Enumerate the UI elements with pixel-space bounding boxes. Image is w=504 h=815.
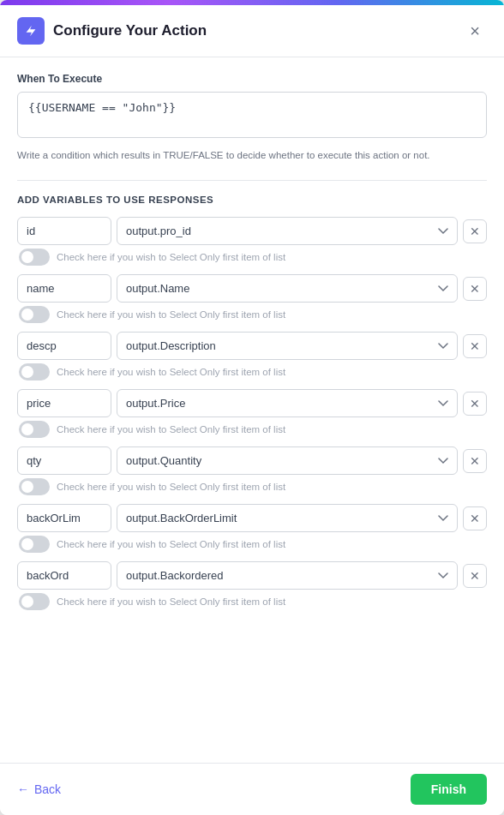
back-arrow-icon: ← bbox=[17, 782, 29, 796]
section-divider bbox=[17, 180, 487, 181]
modal-container: Configure Your Action × When To Execute … bbox=[0, 0, 504, 815]
variable-inputs: output.Name✕ bbox=[17, 274, 487, 303]
toggle-label: Check here if you wish to Select Only fi… bbox=[57, 539, 285, 549]
remove-variable-button[interactable]: ✕ bbox=[463, 564, 487, 588]
remove-variable-button[interactable]: ✕ bbox=[463, 277, 487, 301]
toggle-label: Check here if you wish to Select Only fi… bbox=[57, 424, 285, 434]
variable-row: output.Quantity✕Check here if you wish t… bbox=[17, 446, 487, 495]
variable-row: output.Description✕Check here if you wis… bbox=[17, 332, 487, 381]
var-name-input[interactable] bbox=[17, 446, 111, 475]
var-output-select[interactable]: output.Backordered bbox=[117, 561, 458, 590]
variable-inputs: output.Backordered✕ bbox=[17, 561, 487, 590]
modal-title: Configure Your Action bbox=[53, 22, 207, 39]
modal-body: When To Execute Write a condition which … bbox=[0, 57, 504, 763]
when-to-execute-label: When To Execute bbox=[17, 73, 487, 85]
toggle-thumb bbox=[21, 596, 33, 608]
toggle-row: Check here if you wish to Select Only fi… bbox=[17, 593, 487, 610]
toggle-label: Check here if you wish to Select Only fi… bbox=[57, 596, 285, 607]
toggle-row: Check here if you wish to Select Only fi… bbox=[17, 363, 487, 381]
variable-row: output.Price✕Check here if you wish to S… bbox=[17, 389, 487, 438]
toggle-label: Check here if you wish to Select Only fi… bbox=[57, 309, 285, 320]
variable-inputs: output.pro_id✕ bbox=[17, 217, 487, 245]
remove-variable-button[interactable]: ✕ bbox=[463, 506, 487, 530]
var-output-select[interactable]: output.Description bbox=[117, 332, 458, 360]
var-name-input[interactable] bbox=[17, 504, 111, 532]
toggle-switch[interactable] bbox=[19, 593, 50, 610]
var-output-select[interactable]: output.Name bbox=[117, 274, 458, 303]
toggle-row: Check here if you wish to Select Only fi… bbox=[17, 421, 487, 438]
back-label: Back bbox=[34, 782, 61, 796]
header-left: Configure Your Action bbox=[17, 17, 207, 45]
toggle-thumb bbox=[21, 538, 33, 550]
condition-helper-text: Write a condition which results in TRUE/… bbox=[17, 148, 487, 163]
header-icon bbox=[17, 17, 45, 45]
variables-container: output.pro_id✕Check here if you wish to … bbox=[17, 217, 487, 610]
toggle-row: Check here if you wish to Select Only fi… bbox=[17, 306, 487, 323]
variable-inputs: output.Description✕ bbox=[17, 332, 487, 360]
remove-variable-button[interactable]: ✕ bbox=[463, 219, 487, 243]
variable-inputs: output.Price✕ bbox=[17, 389, 487, 417]
toggle-thumb bbox=[21, 481, 33, 493]
toggle-row: Check here if you wish to Select Only fi… bbox=[17, 249, 487, 266]
remove-variable-button[interactable]: ✕ bbox=[463, 392, 487, 416]
toggle-label: Check here if you wish to Select Only fi… bbox=[57, 367, 285, 377]
toggle-row: Check here if you wish to Select Only fi… bbox=[17, 536, 487, 553]
variable-inputs: output.BackOrderLimit✕ bbox=[17, 504, 487, 532]
variable-row: output.pro_id✕Check here if you wish to … bbox=[17, 217, 487, 266]
var-output-select[interactable]: output.Price bbox=[117, 389, 458, 417]
var-name-input[interactable] bbox=[17, 217, 111, 245]
var-output-select[interactable]: output.pro_id bbox=[117, 217, 458, 245]
toggle-switch[interactable] bbox=[19, 478, 50, 495]
action-icon bbox=[23, 23, 39, 39]
toggle-thumb bbox=[21, 251, 33, 263]
remove-variable-button[interactable]: ✕ bbox=[463, 334, 487, 358]
toggle-switch[interactable] bbox=[19, 363, 50, 381]
variable-row: output.BackOrderLimit✕Check here if you … bbox=[17, 504, 487, 553]
condition-input[interactable] bbox=[17, 92, 487, 138]
toggle-thumb bbox=[21, 309, 33, 321]
var-name-input[interactable] bbox=[17, 561, 111, 590]
toggle-thumb bbox=[21, 423, 33, 435]
toggle-row: Check here if you wish to Select Only fi… bbox=[17, 478, 487, 495]
remove-variable-button[interactable]: ✕ bbox=[463, 449, 487, 473]
variable-row: output.Name✕Check here if you wish to Se… bbox=[17, 274, 487, 323]
modal-footer: ← Back Finish bbox=[0, 763, 504, 815]
add-variables-label: ADD VARIABLES TO USE RESPONSES bbox=[17, 195, 487, 205]
back-button[interactable]: ← Back bbox=[17, 782, 61, 796]
toggle-switch[interactable] bbox=[19, 306, 50, 323]
var-output-select[interactable]: output.Quantity bbox=[117, 446, 458, 475]
modal-header: Configure Your Action × bbox=[0, 5, 504, 57]
var-name-input[interactable] bbox=[17, 332, 111, 360]
toggle-label: Check here if you wish to Select Only fi… bbox=[57, 482, 285, 492]
finish-button[interactable]: Finish bbox=[411, 774, 487, 805]
toggle-thumb bbox=[21, 366, 33, 378]
variable-inputs: output.Quantity✕ bbox=[17, 446, 487, 475]
toggle-switch[interactable] bbox=[19, 536, 50, 553]
toggle-switch[interactable] bbox=[19, 249, 50, 266]
var-name-input[interactable] bbox=[17, 389, 111, 417]
toggle-switch[interactable] bbox=[19, 421, 50, 438]
var-output-select[interactable]: output.BackOrderLimit bbox=[117, 504, 458, 532]
var-name-input[interactable] bbox=[17, 274, 111, 303]
variable-row: output.Backordered✕Check here if you wis… bbox=[17, 561, 487, 610]
toggle-label: Check here if you wish to Select Only fi… bbox=[57, 252, 285, 262]
close-button[interactable]: × bbox=[463, 19, 487, 43]
